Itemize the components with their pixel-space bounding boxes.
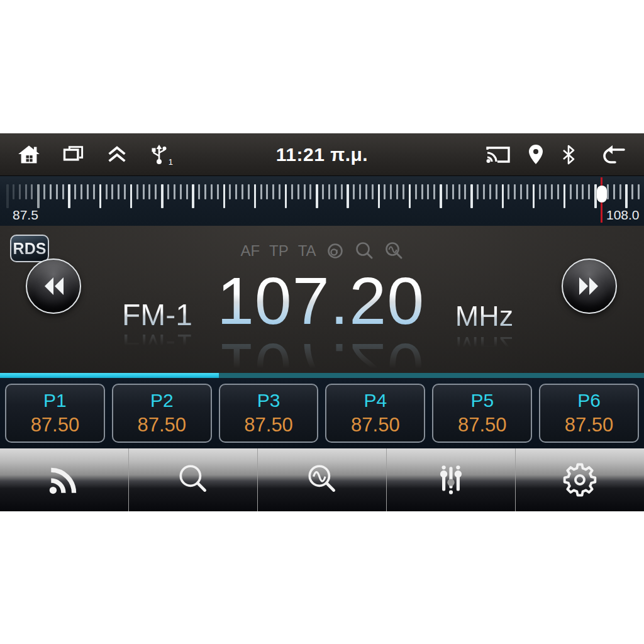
rds-toggle-button[interactable] [0,448,129,511]
tuning-progress-bar [0,373,644,378]
tick-minor [118,184,119,199]
bluetooth-icon [561,144,576,165]
preset-button-3[interactable]: P3 87.50 [219,384,319,443]
tick-major [254,184,257,208]
home-button[interactable] [18,143,40,166]
preset-row: P1 87.50 P2 87.50 P3 87.50 P4 87.50 P5 8… [0,378,644,448]
af-indicator: AF [240,242,260,260]
seek-down-button[interactable] [26,258,81,314]
preset-frequency: 87.50 [31,414,80,436]
preset-button-2[interactable]: P2 87.50 [112,384,212,443]
seek-up-button[interactable] [562,258,617,314]
tuner-needle[interactable] [601,177,602,223]
broadcast-icon [46,462,82,498]
tick-minor [106,184,108,199]
fast-forward-icon [574,275,604,297]
tick-minor [155,184,157,199]
equalizer-button[interactable] [387,448,516,511]
tick-major [37,184,40,208]
tick-minor [359,184,361,199]
preset-button-4[interactable]: P4 87.50 [325,384,425,443]
tick-minor [217,184,219,199]
scan-button[interactable] [258,448,387,511]
tick-major [99,184,102,208]
tick-minor [551,184,553,199]
tick-minor [111,184,113,199]
frequency-unit: MHz [433,300,536,333]
tick-minor [452,184,454,199]
tick-minor [31,184,33,199]
preset-frequency: 87.50 [137,414,186,436]
collapse-button[interactable] [106,143,128,166]
location-status [527,144,545,165]
tick-minor [248,184,250,199]
tick-major [470,184,473,208]
tick-minor [74,184,76,199]
tick-major [130,184,133,208]
tick-minor [508,184,509,199]
location-icon [527,144,545,165]
preset-label: P5 [470,390,494,411]
status-bar: 1 11:21 π.μ. [0,133,644,175]
tick-major [625,184,628,208]
tick-minor [520,184,522,199]
tick-minor [322,184,324,199]
preset-frequency: 87.50 [351,414,400,436]
tick-minor [80,184,82,199]
tick-minor [483,184,485,199]
tick-minor [384,184,386,199]
tick-minor [619,184,621,199]
seek-button[interactable] [129,448,258,511]
tick-minor [211,184,213,199]
tick-minor [50,184,52,199]
tick-minor [446,184,448,199]
preset-label: P2 [150,390,174,411]
tick-minor [557,184,559,199]
recent-apps-button[interactable] [62,143,84,166]
tick-minor [198,184,200,199]
tick-minor [433,184,435,199]
tick-minor [56,184,58,199]
tick-minor [13,184,14,199]
af-loop-icon [326,242,345,260]
preset-label: P6 [577,390,601,411]
tick-minor [588,184,590,199]
rewind-icon [38,275,69,297]
tick-minor [477,184,479,199]
tick-minor [174,184,175,199]
tick-major [285,184,287,208]
tp-indicator: TP [269,242,289,260]
tick-minor [242,184,243,199]
frequency-value: 107.20 [201,267,440,334]
tuner-needle-handle[interactable] [597,186,607,203]
tick-minor [19,184,21,199]
scan-indicator-icon [384,241,404,261]
preset-frequency: 87.50 [458,414,507,436]
settings-button[interactable] [516,448,644,511]
tick-minor [458,184,460,199]
head-unit-screen: 1 11:21 π.μ. [0,133,644,511]
preset-button-1[interactable]: P1 87.50 [5,384,105,443]
ta-indicator: TA [298,242,316,260]
gear-icon [562,462,597,497]
preset-button-5[interactable]: P5 87.50 [432,384,532,443]
tick-minor [396,184,398,199]
frequency-unit-reflection: MHz [433,330,536,363]
scale-max-label: 108.0 [606,208,640,223]
tick-minor [62,184,64,199]
chevron-double-up-icon [106,143,128,166]
tuning-progress-fill [0,373,219,378]
tick-minor [43,184,45,199]
preset-label: P1 [43,390,67,411]
tick-major [68,184,70,208]
tick-minor [297,184,299,199]
back-button[interactable] [601,143,626,166]
preset-button-6[interactable]: P6 87.50 [539,384,639,443]
home-icon [18,143,40,166]
tuner-scale[interactable]: 87.5 108.0 [0,175,644,226]
tick-minor [328,184,330,199]
usb-count-badge: 1 [169,157,173,167]
tick-minor [167,184,169,199]
tick-major [409,184,411,208]
tick-minor [545,184,547,199]
